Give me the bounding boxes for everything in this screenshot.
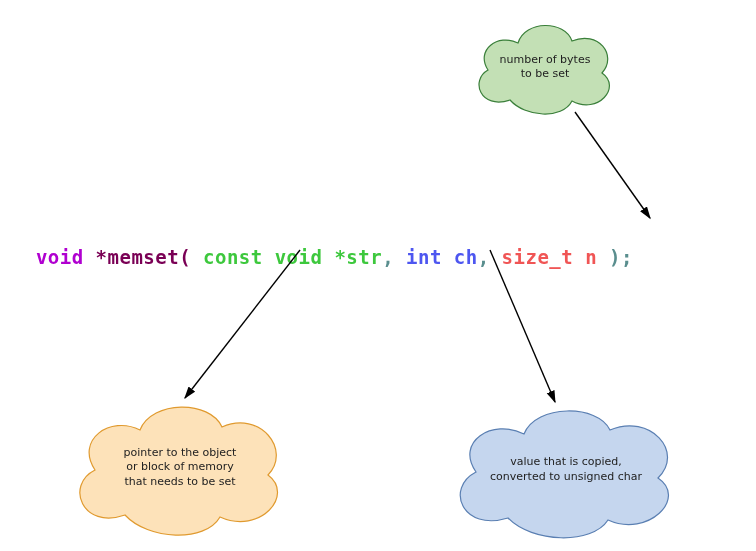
- svg-line-2: [490, 250, 555, 402]
- arrow-n: [0, 0, 756, 551]
- svg-line-1: [185, 250, 300, 398]
- svg-line-0: [575, 112, 650, 218]
